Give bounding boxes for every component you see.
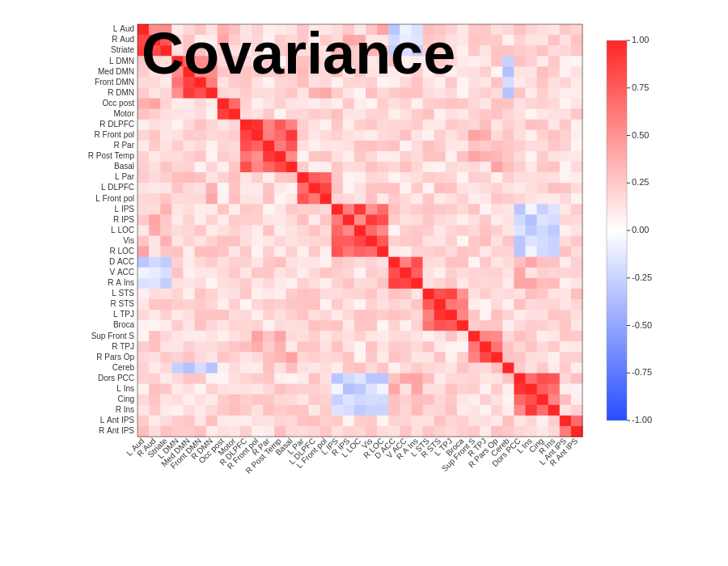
covariance-chart xyxy=(0,0,728,566)
main-container xyxy=(0,0,728,566)
